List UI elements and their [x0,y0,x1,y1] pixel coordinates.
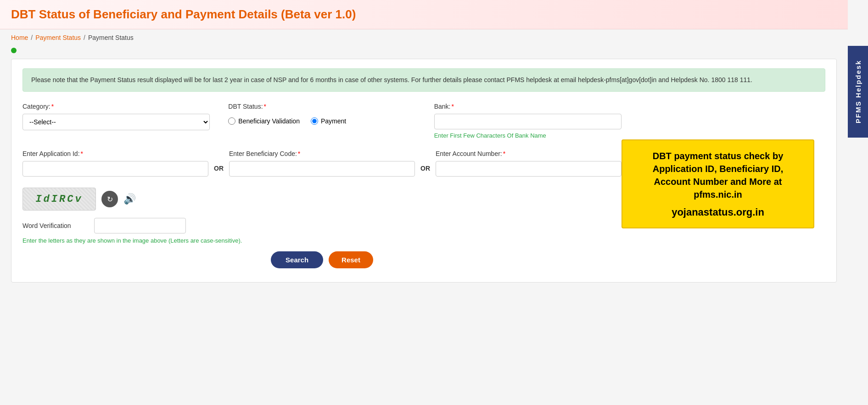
account-number-label: Enter Account Number:* [436,150,622,157]
radio-payment[interactable]: Payment [311,117,346,125]
notice-box: Please note that the Payment Status resu… [22,68,825,92]
breadcrumb-payment-status[interactable]: Payment Status [35,34,81,41]
or-separator-2: OR [420,165,430,177]
word-verification-row: Word Verification [22,218,622,233]
captcha-text: IdIRCv [35,194,83,205]
account-number-input[interactable] [436,161,622,177]
form-container: Please note that the Payment Status resu… [11,59,837,283]
application-id-group: Enter Application Id:* [22,150,208,177]
category-label: Category:* [22,103,210,110]
beneficiary-code-input[interactable] [229,161,415,177]
dbt-status-label: DBT Status:* [228,103,415,110]
dbt-status-group: DBT Status:* Beneficiary Validation Paym… [228,103,415,128]
radio-beneficiary-label: Beneficiary Validation [238,117,300,125]
radio-beneficiary-input[interactable] [228,117,235,125]
captcha-refresh-button[interactable]: ↻ [101,191,118,207]
notice-text: Please note that the Payment Status resu… [31,76,752,83]
search-button[interactable]: Search [271,251,323,268]
application-id-label: Enter Application Id:* [22,150,208,157]
breadcrumb-current: Payment Status [88,34,134,41]
reset-button[interactable]: Reset [329,251,373,268]
word-verification-label: Word Verification [22,222,87,229]
breadcrumb-sep2: / [84,34,85,41]
header-banner: DBT Status of Beneficiary and Payment De… [0,0,848,29]
bank-input[interactable] [434,114,622,129]
ad-box-site: yojanastatus.org.in [633,206,802,218]
breadcrumb-sep1: / [31,34,33,41]
page-title: DBT Status of Beneficiary and Payment De… [11,7,837,22]
ad-box-title: DBT payment status check by Application … [633,150,802,201]
bank-group: Bank:* Enter First Few Characters Of Ban… [434,103,622,139]
captcha-row: IdIRCv ↻ 🔊 [22,188,622,211]
breadcrumb: Home / Payment Status / Payment Status [0,29,848,46]
breadcrumb-home[interactable]: Home [11,34,28,41]
radio-payment-label: Payment [321,117,346,125]
captcha-audio-button[interactable]: 🔊 [123,193,136,205]
buttons-row: Search Reset [22,251,622,268]
captcha-image: IdIRCv [22,188,96,211]
ad-box: DBT payment status check by Application … [622,139,814,228]
form-row-2: Enter Application Id:* OR Enter Benefici… [22,150,622,177]
bank-hint: Enter First Few Characters Of Bank Name [434,132,622,139]
radio-beneficiary[interactable]: Beneficiary Validation [228,117,300,125]
form-row-1: Category:* --Select-- DBT Status:* [22,103,622,139]
category-group: Category:* --Select-- [22,103,210,130]
beneficiary-code-label: Enter Beneficiary Code:* [229,150,415,157]
account-number-group: Enter Account Number:* [436,150,622,177]
beneficiary-code-group: Enter Beneficiary Code:* [229,150,415,177]
bank-label: Bank:* [434,103,622,110]
status-indicator [11,48,17,53]
or-separator-1: OR [214,165,224,177]
pfms-helpdesk-sidebar[interactable]: PFMS Helpdesk [848,46,868,138]
word-verification-input[interactable] [94,218,186,233]
application-id-input[interactable] [22,161,208,177]
dbt-status-radio-group: Beneficiary Validation Payment [228,114,415,128]
radio-payment-input[interactable] [311,117,318,125]
captcha-hint: Enter the letters as they are shown in t… [22,237,622,244]
category-select[interactable]: --Select-- [22,114,210,130]
